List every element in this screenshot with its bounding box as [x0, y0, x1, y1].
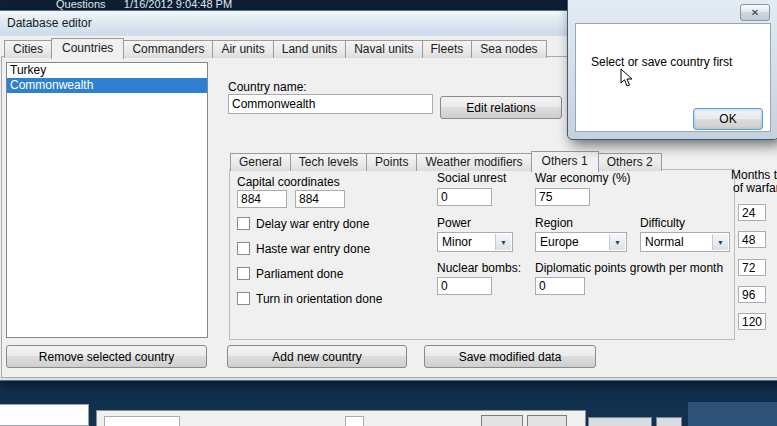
message-box-window: ✕ Select or save country first OK: [567, 0, 777, 140]
mouse-cursor-icon: [620, 68, 633, 88]
parliament-done-checkbox[interactable]: [237, 267, 250, 280]
tab-others-2[interactable]: Others 2: [598, 153, 662, 171]
tab-sea-nodes[interactable]: Sea nodes: [471, 40, 546, 58]
capital-coordinates-label: Capital coordinates: [237, 175, 340, 189]
country-listbox[interactable]: Turkey Commonwealth: [6, 62, 208, 338]
edit-relations-button[interactable]: Edit relations: [440, 96, 562, 119]
message-box-text: Select or save country first: [591, 55, 732, 69]
background-fragment-bottom-right: [688, 402, 777, 426]
window-fragment-right: [588, 417, 652, 426]
dropdown-arrow-icon: ▼: [609, 234, 625, 250]
window-fragment-bottom-bar: [96, 410, 586, 426]
desktop-timestamp-text: Questions 1/16/2012 9:04:48 PM: [56, 0, 232, 10]
tab-commanders[interactable]: Commanders: [123, 40, 213, 58]
diplomatic-points-input[interactable]: [535, 277, 585, 295]
tab-fleets[interactable]: Fleets: [422, 40, 473, 58]
window-fragment-input: [104, 416, 180, 426]
delay-war-entry-label: Delay war entry done: [256, 217, 369, 231]
war-economy-input[interactable]: [535, 188, 590, 206]
message-box-body: Select or save country first OK: [575, 23, 771, 132]
war-economy-label: War economy (%): [535, 171, 631, 185]
close-icon[interactable]: ✕: [740, 4, 770, 21]
tab-others-1[interactable]: Others 1: [531, 151, 599, 172]
country-name-input[interactable]: [228, 94, 433, 114]
turn-in-orientation-checkbox[interactable]: [237, 292, 250, 305]
turn-in-orientation-label: Turn in orientation done: [256, 292, 382, 306]
window-fragment-bottom-left: [0, 404, 89, 426]
save-modified-data-button[interactable]: Save modified data: [424, 345, 596, 368]
difficulty-select[interactable]: Normal ▼: [640, 232, 730, 252]
difficulty-value: Normal: [645, 233, 684, 251]
region-select[interactable]: Europe ▼: [535, 232, 627, 252]
dropdown-arrow-icon: ▼: [712, 234, 728, 250]
country-name-label: Country name:: [228, 80, 307, 94]
main-tab-strip: Cities Countries Commanders Air units La…: [4, 38, 547, 58]
tab-countries[interactable]: Countries: [51, 38, 124, 59]
window-fragment-button: [481, 415, 523, 426]
dropdown-arrow-icon: ▼: [495, 234, 511, 250]
capital-y-input[interactable]: [295, 190, 345, 208]
detail-tab-strip: General Tech levels Points Weather modif…: [230, 151, 662, 171]
nuclear-bombs-input[interactable]: [437, 277, 492, 295]
haste-war-entry-checkbox[interactable]: [237, 242, 250, 255]
tab-tech-levels[interactable]: Tech levels: [290, 153, 367, 171]
months-input-3[interactable]: [738, 259, 766, 276]
window-fragment-button: [527, 415, 567, 426]
window-fragment-right: [656, 417, 682, 426]
nuclear-bombs-label: Nuclear bombs:: [437, 261, 521, 275]
months-input-5[interactable]: [738, 313, 766, 330]
add-new-country-button[interactable]: Add new country: [227, 345, 407, 368]
months-label-line1: Months to: [731, 168, 777, 182]
power-label: Power: [437, 216, 471, 230]
tab-points[interactable]: Points: [366, 153, 417, 171]
tab-air-units[interactable]: Air units: [212, 40, 273, 58]
tab-naval-units[interactable]: Naval units: [345, 40, 422, 58]
parliament-done-label: Parliament done: [256, 267, 343, 281]
desktop-background: Questions 1/16/2012 9:04:48 PM Database …: [0, 0, 777, 426]
list-item-commonwealth[interactable]: Commonwealth: [7, 78, 207, 93]
tab-cities[interactable]: Cities: [4, 40, 52, 58]
capital-x-input[interactable]: [237, 190, 287, 208]
social-unrest-input[interactable]: [437, 188, 492, 206]
power-select[interactable]: Minor ▼: [437, 232, 513, 252]
ok-button[interactable]: OK: [693, 108, 763, 130]
tab-land-units[interactable]: Land units: [273, 40, 346, 58]
window-title: Database editor: [7, 16, 92, 30]
region-label: Region: [535, 216, 573, 230]
months-input-4[interactable]: [738, 286, 766, 303]
list-item-turkey[interactable]: Turkey: [7, 63, 207, 78]
months-input-2[interactable]: [738, 231, 766, 248]
region-value: Europe: [540, 233, 579, 251]
delay-war-entry-checkbox[interactable]: [237, 217, 250, 230]
tab-weather-modifiers[interactable]: Weather modifiers: [416, 153, 531, 171]
haste-war-entry-label: Haste war entry done: [256, 242, 370, 256]
window-fragment-input: [345, 416, 364, 426]
diplomatic-points-label: Diplomatic points growth per month: [535, 261, 723, 275]
difficulty-label: Difficulty: [640, 216, 685, 230]
remove-selected-country-button[interactable]: Remove selected country: [6, 345, 207, 368]
power-value: Minor: [442, 233, 472, 251]
social-unrest-label: Social unrest: [437, 171, 506, 185]
months-input-1[interactable]: [738, 204, 766, 221]
tab-general[interactable]: General: [230, 153, 291, 171]
months-label-line2: of warfare: [733, 181, 777, 195]
